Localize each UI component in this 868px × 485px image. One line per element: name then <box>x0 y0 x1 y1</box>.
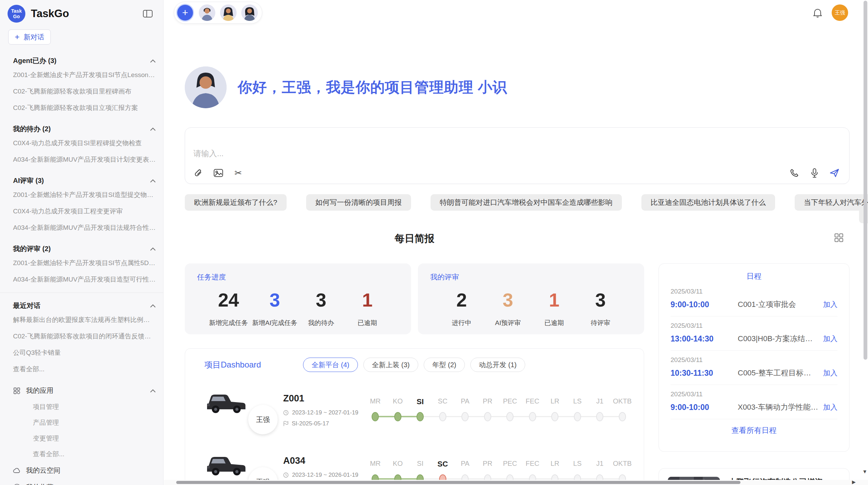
sidebar-item-my-apps[interactable]: 我的应用 <box>13 382 156 399</box>
stat-pending-review: 3 待评审 <box>577 291 624 327</box>
scroll-right-arrow[interactable]: ▶ <box>852 479 856 485</box>
suggestion-chip[interactable]: 如何写一份清晰的项目周报 <box>306 194 411 211</box>
chat-input-box[interactable]: 请输入... ✂ <box>185 127 849 184</box>
milestone-dot <box>551 412 558 421</box>
add-member-button[interactable]: + <box>176 4 194 22</box>
microphone-icon[interactable] <box>809 168 820 178</box>
schedule-event-name: C005-整车工程目标评审 <box>738 368 818 378</box>
join-meeting-link[interactable]: 加入 <box>823 300 837 309</box>
sidebar-task-item[interactable]: Z001-全新燃油轻卡产品开发项目SI节点属性5D文件评审 <box>13 255 156 271</box>
view-all-schedule-link[interactable]: 查看所有日程 <box>671 425 837 436</box>
recent-chat-item[interactable]: C02-飞腾新能源轻客改款项目的闭环通告反馈情况 <box>13 328 156 345</box>
suggestion-chip[interactable]: 特朗普可能对进口汽车增税会对中国车企造成哪些影响 <box>431 194 622 211</box>
suggestion-chip[interactable]: 当下年轻人对汽车外观有怎样的喜好趋势 <box>795 194 868 211</box>
tab-new-body[interactable]: 全新上装 (3) <box>363 358 418 372</box>
section-ai-review[interactable]: AI评审 (3) <box>13 176 156 185</box>
join-meeting-link[interactable]: 加入 <box>823 334 837 344</box>
app-item-view-all[interactable]: 查看全部... <box>13 446 156 462</box>
sidebar: Task Go TaskGo + 新对话 Agent已办 (3) Z001-全新… <box>0 0 164 485</box>
project-owner-badge: 王强 <box>248 405 278 434</box>
project-row[interactable]: 王强 A034 2023-12-19 ~ 2026-01-19 <box>204 448 627 485</box>
milestone-label: PR <box>477 460 499 469</box>
sidebar-task-item[interactable]: C0X4-动力总成开发项目工程变更评审 <box>13 203 156 220</box>
chevron-up-icon[interactable] <box>150 389 156 393</box>
layout-grid-icon[interactable] <box>834 233 843 242</box>
app-item-product-mgmt[interactable]: 产品管理 <box>13 415 156 431</box>
scissors-icon[interactable]: ✂ <box>233 168 243 178</box>
horizontal-scrollbar-thumb[interactable] <box>176 481 740 484</box>
recent-chat-item[interactable]: 解释最新出台的欧盟报废车法规再生塑料比例被调至15%... <box>13 312 156 328</box>
schedule-event-name: X003-车辆动力学性能验... <box>738 402 818 412</box>
project-name: A034 <box>283 456 364 466</box>
suggestion-chip[interactable]: 欧洲新规最近颁布了什么? <box>185 194 287 211</box>
project-info: Z001 2023-12-19 ~ 2027-01-19 <box>283 393 364 427</box>
stat-my-todo: 3 我的待办 <box>298 291 344 327</box>
sidebar-task-item[interactable]: Z001-全新燃油轻卡产品开发项目SI造型提交物评审 <box>13 187 156 203</box>
sidebar-header: Task Go TaskGo <box>0 0 163 26</box>
milestone-label: MR <box>364 460 387 469</box>
chevron-up-icon[interactable] <box>150 179 156 183</box>
stat-in-progress: 2 进行中 <box>438 291 485 327</box>
milestone-label: KO <box>387 460 409 469</box>
member-avatar[interactable] <box>220 4 237 21</box>
milestone-label: SC <box>432 397 454 406</box>
section-my-todo[interactable]: 我的待办 (2) <box>13 124 156 134</box>
sidebar-item-cloud-space[interactable]: 我的云空间 <box>13 462 156 479</box>
section-recent-chats[interactable]: 最近对话 <box>13 301 156 310</box>
sidebar-task-item[interactable]: A034-全新新能源MUV产品开发项目造型可行性评审 <box>13 271 156 288</box>
schedule-item: 2025/03/11 13:00-14:30 C003|H0B-方案冻结评审 加… <box>671 316 837 351</box>
member-avatar[interactable] <box>199 4 215 21</box>
sidebar-task-item[interactable]: C0X4-动力总成开发项目SI里程碑提交物检查 <box>13 135 156 151</box>
app-item-project-mgmt[interactable]: 项目管理 <box>13 399 156 415</box>
sidebar-task-item[interactable]: A034-全新新能源MUV产品开发项目法规符合性评审 <box>13 220 156 236</box>
sidebar-task-item[interactable]: C02-飞腾新能源轻客改款项目里程碑画布 <box>13 83 156 100</box>
section-my-review[interactable]: 我的评审 (2) <box>13 244 156 253</box>
image-icon[interactable] <box>213 168 224 178</box>
join-meeting-link[interactable]: 加入 <box>823 368 837 378</box>
schedule-time: 9:00-10:00 <box>671 300 738 309</box>
project-thumbnail: 王强 <box>204 386 278 434</box>
chevron-up-icon[interactable] <box>150 59 156 63</box>
assistant-avatar <box>185 66 227 108</box>
member-avatar[interactable] <box>241 4 258 21</box>
sidebar-task-item[interactable]: Z001-全新燃油皮卡产品开发项目SI节点Lesson Learn报告 <box>13 67 156 83</box>
send-icon[interactable] <box>829 168 840 178</box>
project-row[interactable]: 王强 Z001 2023-12-19 ~ 2027-01-19 <box>204 386 627 434</box>
scroll-down-arrow[interactable]: ▼ <box>862 469 867 474</box>
new-chat-button[interactable]: + 新对话 <box>8 29 51 45</box>
milestone-label: LS <box>566 397 589 406</box>
attachment-icon[interactable] <box>193 168 204 178</box>
schedule-time: 10:30-11:30 <box>671 369 738 378</box>
tab-powertrain[interactable]: 动总开发 (1) <box>470 358 525 372</box>
logo-text-bottom: Go <box>13 14 20 19</box>
chevron-up-icon[interactable] <box>150 304 156 308</box>
sidebar-task-item[interactable]: C02-飞腾新能源轻客改款项目立项汇报方案 <box>13 100 156 116</box>
chevron-up-icon[interactable] <box>150 127 156 131</box>
user-avatar[interactable]: 王强 <box>832 4 848 21</box>
star-icon <box>13 484 21 485</box>
chevron-up-icon[interactable] <box>150 247 156 251</box>
sidebar-item-favorites[interactable]: 我的收藏 <box>13 479 156 485</box>
schedule-date: 2025/03/11 <box>671 288 837 295</box>
tab-new-platform[interactable]: 全新平台 (4) <box>303 358 358 372</box>
recent-chat-item[interactable]: 公司Q3轻卡销量 <box>13 345 156 361</box>
notification-bell-icon[interactable] <box>813 8 822 17</box>
tab-year-model[interactable]: 年型 (2) <box>424 358 465 372</box>
collapse-sidebar-icon[interactable] <box>143 9 153 18</box>
join-meeting-link[interactable]: 加入 <box>823 402 837 412</box>
milestone-label: MR <box>364 397 387 406</box>
milestone-dot <box>439 412 446 421</box>
task-progress-card: 任务进度 24 新增完成任务 3 新增AI完成任务 <box>185 263 411 334</box>
input-placeholder: 请输入... <box>193 148 224 159</box>
main-area: + 王强 <box>164 0 868 485</box>
suggestion-chip[interactable]: 比亚迪全固态电池计划具体说了什么 <box>641 194 775 211</box>
stat-ai-prereview: 3 AI预评审 <box>485 291 531 327</box>
sidebar-task-item[interactable]: A034-全新新能源MUV产品开发项目计划变更表编写 <box>13 151 156 168</box>
phone-icon[interactable] <box>789 168 800 178</box>
vertical-scrollbar-thumb[interactable] <box>864 1 867 360</box>
app-item-change-mgmt[interactable]: 变更管理 <box>13 431 156 446</box>
section-agent-done[interactable]: Agent已办 (3) <box>13 56 156 65</box>
schedule-item: 2025/03/11 10:30-11:30 C005-整车工程目标评审 加入 <box>671 351 837 385</box>
recent-chat-item[interactable]: 查看全部... <box>13 361 156 377</box>
flag-icon <box>283 421 288 426</box>
